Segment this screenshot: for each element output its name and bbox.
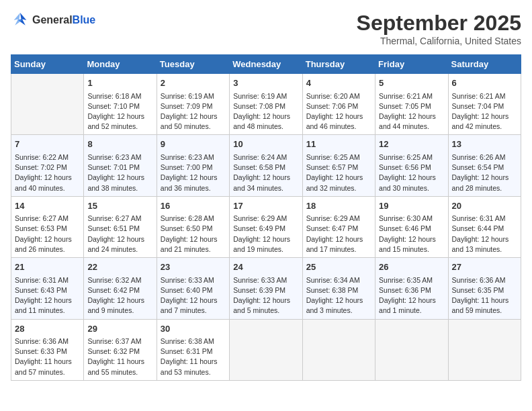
week-row-3: 14Sunrise: 6:27 AMSunset: 6:53 PMDayligh… xyxy=(11,196,521,257)
day-number: 9 xyxy=(161,138,226,151)
calendar-cell: 26Sunrise: 6:35 AMSunset: 6:36 PMDayligh… xyxy=(375,258,448,319)
day-number: 1 xyxy=(87,77,152,90)
weekday-header-friday: Friday xyxy=(375,55,448,74)
day-number: 22 xyxy=(87,261,152,274)
day-info: Sunrise: 6:38 AMSunset: 6:31 PMDaylight:… xyxy=(161,336,226,377)
month-title: September 2025 xyxy=(357,11,521,36)
day-info: Sunrise: 6:26 AMSunset: 6:54 PMDaylight:… xyxy=(452,152,517,193)
day-info: Sunrise: 6:31 AMSunset: 6:43 PMDaylight:… xyxy=(15,275,80,316)
calendar-cell: 6Sunrise: 6:21 AMSunset: 7:04 PMDaylight… xyxy=(448,74,521,135)
calendar-cell xyxy=(375,319,448,380)
calendar-cell: 12Sunrise: 6:25 AMSunset: 6:56 PMDayligh… xyxy=(375,135,448,196)
calendar-cell: 4Sunrise: 6:20 AMSunset: 7:06 PMDaylight… xyxy=(302,74,375,135)
day-info: Sunrise: 6:23 AMSunset: 7:01 PMDaylight:… xyxy=(87,152,152,193)
weekday-header-row: SundayMondayTuesdayWednesdayThursdayFrid… xyxy=(11,55,521,74)
day-number: 16 xyxy=(161,199,226,213)
weekday-header-thursday: Thursday xyxy=(302,55,375,74)
day-info: Sunrise: 6:18 AMSunset: 7:10 PMDaylight:… xyxy=(87,91,152,132)
day-number: 23 xyxy=(161,261,226,274)
day-number: 28 xyxy=(15,322,80,336)
calendar-cell: 5Sunrise: 6:21 AMSunset: 7:05 PMDaylight… xyxy=(375,74,448,135)
day-number: 18 xyxy=(306,199,371,213)
day-number: 11 xyxy=(306,138,371,151)
day-info: Sunrise: 6:25 AMSunset: 6:56 PMDaylight:… xyxy=(379,152,444,193)
page-header: GeneralBlue September 2025 Thermal, Cali… xyxy=(11,11,521,46)
calendar-cell: 28Sunrise: 6:36 AMSunset: 6:33 PMDayligh… xyxy=(11,319,84,380)
calendar-cell xyxy=(230,319,302,380)
weekday-header-tuesday: Tuesday xyxy=(157,55,229,74)
day-info: Sunrise: 6:19 AMSunset: 7:08 PMDaylight:… xyxy=(233,91,298,132)
calendar-cell xyxy=(11,74,84,135)
day-info: Sunrise: 6:32 AMSunset: 6:42 PMDaylight:… xyxy=(87,275,152,316)
calendar-cell: 2Sunrise: 6:19 AMSunset: 7:09 PMDaylight… xyxy=(157,74,229,135)
calendar-cell: 1Sunrise: 6:18 AMSunset: 7:10 PMDaylight… xyxy=(84,74,157,135)
day-number: 27 xyxy=(452,261,517,274)
weekday-header-saturday: Saturday xyxy=(448,55,521,74)
calendar-cell: 29Sunrise: 6:37 AMSunset: 6:32 PMDayligh… xyxy=(84,319,157,380)
day-info: Sunrise: 6:31 AMSunset: 6:44 PMDaylight:… xyxy=(452,214,517,255)
calendar-cell: 3Sunrise: 6:19 AMSunset: 7:08 PMDaylight… xyxy=(230,74,302,135)
calendar-cell: 7Sunrise: 6:22 AMSunset: 7:02 PMDaylight… xyxy=(11,135,84,196)
day-number: 13 xyxy=(452,138,517,151)
day-number: 3 xyxy=(233,77,298,90)
day-info: Sunrise: 6:30 AMSunset: 6:46 PMDaylight:… xyxy=(379,214,444,255)
day-info: Sunrise: 6:21 AMSunset: 7:05 PMDaylight:… xyxy=(379,91,444,132)
calendar-cell: 8Sunrise: 6:23 AMSunset: 7:01 PMDaylight… xyxy=(84,135,157,196)
day-number: 8 xyxy=(87,138,152,151)
calendar-cell: 21Sunrise: 6:31 AMSunset: 6:43 PMDayligh… xyxy=(11,258,84,319)
calendar-cell: 9Sunrise: 6:23 AMSunset: 7:00 PMDaylight… xyxy=(157,135,229,196)
calendar-cell: 24Sunrise: 6:33 AMSunset: 6:39 PMDayligh… xyxy=(230,258,302,319)
calendar-cell: 19Sunrise: 6:30 AMSunset: 6:46 PMDayligh… xyxy=(375,196,448,257)
weekday-header-wednesday: Wednesday xyxy=(230,55,302,74)
day-info: Sunrise: 6:35 AMSunset: 6:36 PMDaylight:… xyxy=(379,275,444,316)
day-info: Sunrise: 6:25 AMSunset: 6:57 PMDaylight:… xyxy=(306,152,371,193)
day-number: 19 xyxy=(379,199,444,213)
day-number: 6 xyxy=(452,77,517,90)
title-block: September 2025 Thermal, California, Unit… xyxy=(357,11,521,46)
calendar-cell xyxy=(448,319,521,380)
day-info: Sunrise: 6:33 AMSunset: 6:39 PMDaylight:… xyxy=(233,275,298,316)
calendar-cell: 27Sunrise: 6:36 AMSunset: 6:35 PMDayligh… xyxy=(448,258,521,319)
day-number: 15 xyxy=(87,199,152,213)
day-number: 24 xyxy=(233,261,298,274)
day-number: 5 xyxy=(379,77,444,90)
calendar-cell: 30Sunrise: 6:38 AMSunset: 6:31 PMDayligh… xyxy=(157,319,229,380)
calendar-cell: 16Sunrise: 6:28 AMSunset: 6:50 PMDayligh… xyxy=(157,196,229,257)
logo-line1: GeneralBlue xyxy=(32,14,95,26)
calendar-cell xyxy=(302,319,375,380)
calendar-cell: 15Sunrise: 6:27 AMSunset: 6:51 PMDayligh… xyxy=(84,196,157,257)
week-row-4: 21Sunrise: 6:31 AMSunset: 6:43 PMDayligh… xyxy=(11,258,521,319)
week-row-2: 7Sunrise: 6:22 AMSunset: 7:02 PMDaylight… xyxy=(11,135,521,196)
day-number: 30 xyxy=(161,322,226,336)
logo: GeneralBlue xyxy=(11,11,95,30)
day-info: Sunrise: 6:29 AMSunset: 6:49 PMDaylight:… xyxy=(233,214,298,255)
calendar-cell: 17Sunrise: 6:29 AMSunset: 6:49 PMDayligh… xyxy=(230,196,302,257)
day-info: Sunrise: 6:36 AMSunset: 6:35 PMDaylight:… xyxy=(452,275,517,316)
logo-line2: Blue xyxy=(73,14,96,26)
day-number: 2 xyxy=(161,77,226,90)
day-info: Sunrise: 6:37 AMSunset: 6:32 PMDaylight:… xyxy=(87,336,152,377)
week-row-1: 1Sunrise: 6:18 AMSunset: 7:10 PMDaylight… xyxy=(11,74,521,135)
day-number: 20 xyxy=(452,199,517,213)
day-number: 12 xyxy=(379,138,444,151)
day-info: Sunrise: 6:19 AMSunset: 7:09 PMDaylight:… xyxy=(161,91,226,132)
calendar-cell: 20Sunrise: 6:31 AMSunset: 6:44 PMDayligh… xyxy=(448,196,521,257)
day-number: 7 xyxy=(15,138,80,151)
day-info: Sunrise: 6:34 AMSunset: 6:38 PMDaylight:… xyxy=(306,275,371,316)
calendar-cell: 11Sunrise: 6:25 AMSunset: 6:57 PMDayligh… xyxy=(302,135,375,196)
calendar-cell: 23Sunrise: 6:33 AMSunset: 6:40 PMDayligh… xyxy=(157,258,229,319)
day-info: Sunrise: 6:36 AMSunset: 6:33 PMDaylight:… xyxy=(15,336,80,377)
calendar-cell: 25Sunrise: 6:34 AMSunset: 6:38 PMDayligh… xyxy=(302,258,375,319)
logo-bird-icon xyxy=(11,11,30,30)
day-info: Sunrise: 6:27 AMSunset: 6:53 PMDaylight:… xyxy=(15,214,80,255)
weekday-header-sunday: Sunday xyxy=(11,55,84,74)
day-info: Sunrise: 6:33 AMSunset: 6:40 PMDaylight:… xyxy=(161,275,226,316)
day-number: 29 xyxy=(87,322,152,336)
calendar-cell: 10Sunrise: 6:24 AMSunset: 6:58 PMDayligh… xyxy=(230,135,302,196)
calendar-cell: 18Sunrise: 6:29 AMSunset: 6:47 PMDayligh… xyxy=(302,196,375,257)
weekday-header-monday: Monday xyxy=(84,55,157,74)
day-number: 4 xyxy=(306,77,371,90)
day-info: Sunrise: 6:29 AMSunset: 6:47 PMDaylight:… xyxy=(306,214,371,255)
day-number: 26 xyxy=(379,261,444,274)
location: Thermal, California, United States xyxy=(357,36,521,46)
